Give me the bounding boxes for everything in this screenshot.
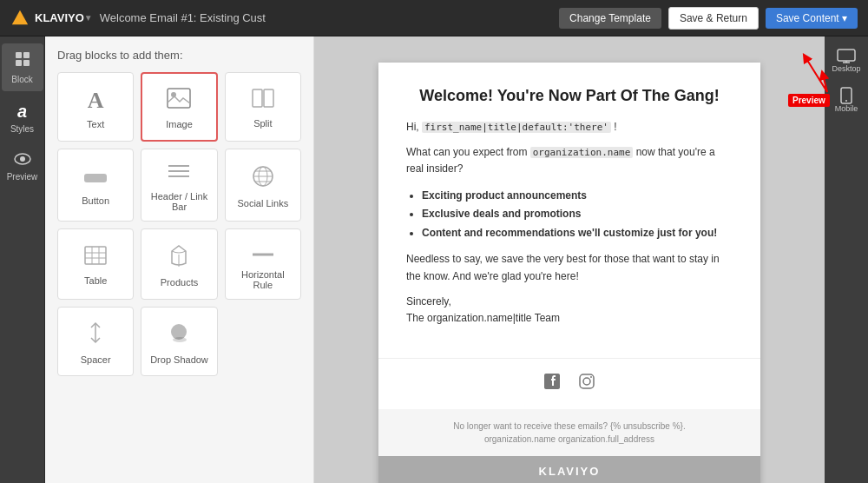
bullet-2: Exclusive deals and promotions [422,205,733,224]
block-image[interactable]: Image [141,72,217,142]
unsubscribe-text: No longer want to receive these emails? … [389,420,750,433]
block-products[interactable]: Products [141,228,217,300]
blocks-panel-title: Drag blocks to add them: [57,49,301,62]
block-table[interactable]: Table [57,228,134,300]
svg-rect-4 [23,60,30,66]
svg-rect-9 [253,89,262,107]
change-template-button[interactable]: Change Template [559,8,661,29]
mobile-icon [840,87,852,104]
styles-label: Styles [10,124,34,134]
content-area: Welcome! You're Now Part Of The Gang! Hi… [314,36,825,483]
email-social-icons [378,358,760,409]
email-signoff: Sincerely, The organization.name|title T… [406,294,733,327]
text-block-icon: A [88,88,104,114]
block-split[interactable]: Split [225,72,301,142]
spacer-block-icon [88,321,103,349]
spacer-block-label: Spacer [81,354,111,365]
svg-rect-20 [85,247,106,264]
desktop-label: Desktop [832,64,860,73]
logo: KLAVIYO [10,9,84,28]
drop-shadow-block-icon [168,321,190,349]
svg-rect-10 [264,89,273,107]
block-text[interactable]: A Text [57,72,134,142]
table-block-icon [84,246,107,270]
text-block-label: Text [87,119,104,129]
styles-icon: a [17,102,27,122]
orgname-title-placeholder: organization.name|title [427,312,532,324]
preview-label-sidebar: Preview [7,172,38,182]
block-drop-shadow[interactable]: Drop Shadow [141,307,217,376]
mobile-preview-button[interactable]: Mobile [827,82,865,118]
bullet-1: Exciting product announcements [422,187,733,206]
svg-rect-11 [84,174,107,182]
email-intro: What can you expect from organization.na… [406,144,733,177]
svg-rect-33 [838,50,855,61]
social-links-block-icon [252,165,274,193]
email-body-text: Needless to say, we save the very best f… [406,251,733,284]
email-bullets-list: Exciting product announcements Exclusive… [422,187,733,243]
klaviyo-logo-icon [10,9,30,28]
svg-point-6 [20,156,25,162]
products-block-label: Products [161,277,198,288]
orgname-placeholder: organization.name [530,147,634,158]
image-block-icon [167,88,191,114]
svg-point-32 [590,376,592,378]
org-address-text: organization.name organization.full_addr… [389,433,750,446]
firstname-placeholder: first_name|title|default:'there' [422,122,611,133]
header-link-block-label: Header / Link Bar [148,191,209,212]
email-preview: Welcome! You're Now Part Of The Gang! Hi… [378,63,760,483]
image-block-label: Image [166,119,193,129]
split-block-label: Split [253,118,272,129]
topbar-title: Welcome Email #1: Existing Cust [100,11,266,24]
mobile-label: Mobile [835,104,858,113]
block-spacer[interactable]: Spacer [57,307,134,376]
sign-name-text: The organization.name|title Team [406,310,733,327]
preview-eye-icon [14,151,31,169]
horizontal-rule-block-icon [251,242,275,264]
bullet-3: Content and recommendations we'll custom… [422,224,733,243]
table-block-label: Table [84,275,107,286]
svg-rect-1 [16,52,22,58]
blocks-label: Block [11,75,32,84]
sincerely-text: Sincerely, [406,294,733,310]
block-header-link[interactable]: Header / Link Bar [141,149,217,222]
sidebar-item-blocks[interactable]: Block [2,43,43,91]
svg-point-37 [845,100,847,102]
sidebar-item-styles[interactable]: a Styles [2,95,43,141]
email-title-text: Welcome Email #1: Existing Cust [100,11,266,24]
svg-point-29 [173,337,187,342]
logo-text: KLAVIYO [35,11,84,24]
right-panel: Desktop Mobile Preview [825,36,868,483]
save-return-button[interactable]: Save & Return [668,7,759,30]
header-link-block-icon [167,162,191,186]
blocks-panel: Drag blocks to add them: A Text Image [45,36,314,483]
products-block-icon [168,244,189,272]
sidebar-item-preview[interactable]: Preview [2,144,43,189]
topbar: KLAVIYO ▼ Welcome Email #1: Existing Cus… [0,0,868,36]
sidebar-icons: Block a Styles Preview [0,36,45,483]
drop-shadow-block-label: Drop Shadow [150,354,208,365]
email-subject-title: Welcome! You're Now Part Of The Gang! [406,87,733,105]
email-greeting: Hi, first_name|title|default:'there' ! [406,119,733,136]
title-chevron: ▼ [84,13,93,23]
svg-rect-7 [168,89,190,108]
block-social-links[interactable]: Social Links [225,149,301,222]
desktop-icon [837,49,856,64]
horizontal-rule-block-label: Horizontal Rule [233,269,293,290]
blocks-grid: A Text Image [57,72,301,376]
block-button[interactable]: Button [57,149,134,222]
desktop-preview-button[interactable]: Desktop [827,43,865,78]
split-block-icon [252,89,274,113]
topbar-actions: Change Template Save & Return Save Conte… [559,7,858,30]
svg-rect-2 [23,52,30,58]
svg-point-31 [583,378,590,385]
social-links-block-label: Social Links [237,198,288,208]
blocks-icon [14,50,31,72]
main-area: Block a Styles Preview Drag blocks to ad… [0,36,868,483]
save-content-button[interactable]: Save Content ▾ [766,8,858,29]
block-horizontal-rule[interactable]: Horizontal Rule [225,228,301,300]
button-block-icon [83,168,108,190]
email-footer: No longer want to receive these emails? … [378,409,760,456]
instagram-icon [578,373,595,395]
svg-marker-0 [12,10,28,24]
